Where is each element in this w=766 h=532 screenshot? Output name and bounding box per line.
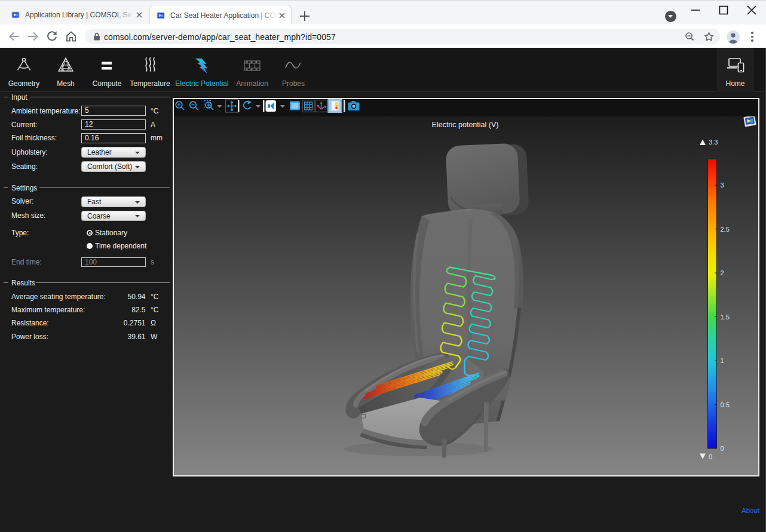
svg-text:1: 1 bbox=[721, 357, 724, 364]
svg-text:2: 2 bbox=[721, 269, 724, 276]
svg-text:3.3: 3.3 bbox=[709, 139, 718, 146]
svg-text:1.5: 1.5 bbox=[721, 313, 730, 321]
svg-text:0: 0 bbox=[721, 445, 724, 452]
svg-text:Electric potential (V): Electric potential (V) bbox=[432, 121, 499, 129]
svg-text:2.5: 2.5 bbox=[721, 226, 730, 233]
svg-text:3: 3 bbox=[721, 182, 724, 189]
svg-text:0.5: 0.5 bbox=[721, 401, 730, 408]
svg-text:0: 0 bbox=[709, 453, 712, 460]
